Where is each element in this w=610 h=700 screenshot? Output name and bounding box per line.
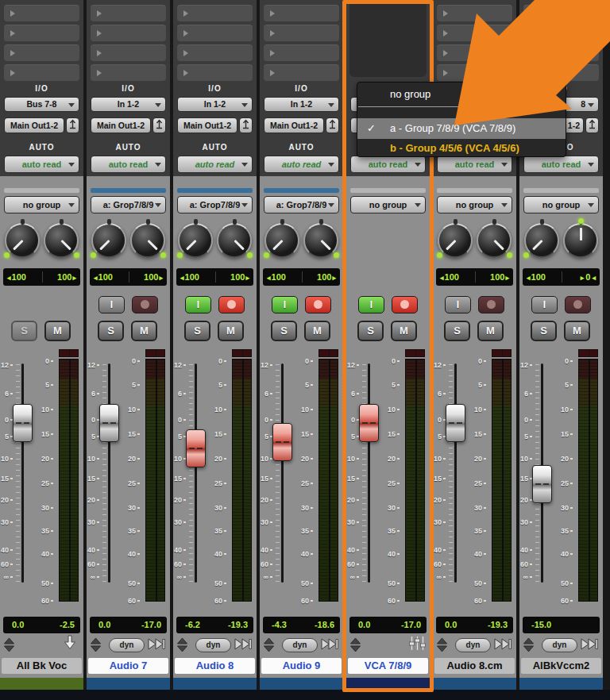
dyn-button[interactable]: dyn bbox=[542, 638, 577, 652]
output-window-button[interactable] bbox=[152, 117, 166, 133]
volume-fader-handle[interactable] bbox=[446, 404, 465, 442]
group-selector[interactable]: a: Grop7/8/9 bbox=[91, 196, 166, 213]
pan-display[interactable]: 100100 bbox=[263, 268, 340, 286]
mute-button[interactable]: M bbox=[564, 321, 590, 341]
input-monitor-button[interactable]: I bbox=[445, 296, 471, 313]
insert-slot[interactable] bbox=[437, 25, 512, 41]
pan-display[interactable]: 100100 bbox=[436, 268, 513, 286]
solo-button[interactable]: S bbox=[11, 321, 37, 341]
voice-selector-icon[interactable] bbox=[4, 637, 14, 652]
input-selector[interactable]: In 1-2 bbox=[264, 97, 339, 112]
insert-slot[interactable] bbox=[91, 44, 166, 61]
track-name[interactable]: Audio 8 bbox=[175, 658, 255, 674]
insert-slot[interactable] bbox=[4, 44, 79, 61]
clip-indicator[interactable] bbox=[145, 349, 165, 357]
output-selector[interactable]: Main Out1-2 bbox=[177, 117, 237, 133]
input-selector[interactable]: Bus 7-8 bbox=[4, 97, 79, 112]
volume-fader-handle[interactable] bbox=[359, 404, 379, 442]
pan-knob-right[interactable] bbox=[303, 223, 338, 258]
clip-indicator[interactable] bbox=[405, 349, 425, 357]
input-selector[interactable]: In 1-2 bbox=[177, 97, 253, 112]
record-arm-button[interactable] bbox=[478, 296, 504, 313]
clip-indicator[interactable] bbox=[492, 349, 512, 357]
menu-item-group-b[interactable]: b - Group 4/5/6 (VCA 4/5/6) bbox=[357, 139, 566, 158]
dyn-button[interactable]: dyn bbox=[455, 638, 491, 652]
automation-mode-selector[interactable]: auto read bbox=[177, 156, 253, 173]
pan-knob-right[interactable] bbox=[44, 223, 79, 258]
input-monitor-button[interactable]: I bbox=[185, 296, 211, 313]
voice-selector-icon[interactable] bbox=[264, 637, 274, 652]
pan-knob-left[interactable] bbox=[91, 223, 126, 258]
insert-slot[interactable] bbox=[523, 64, 599, 81]
record-arm-button[interactable] bbox=[218, 296, 245, 313]
voice-selector-icon[interactable] bbox=[437, 637, 447, 652]
solo-button[interactable]: S bbox=[98, 321, 124, 341]
track-name[interactable]: Audio 7 bbox=[88, 658, 168, 674]
insert-slot[interactable] bbox=[264, 25, 339, 41]
fader-track[interactable] bbox=[454, 363, 457, 583]
volume-display[interactable]: -15.0 bbox=[523, 617, 600, 633]
insert-slot[interactable] bbox=[4, 64, 79, 81]
pan-display[interactable]: 100100 bbox=[90, 268, 167, 286]
track-name[interactable]: All Bk Voc bbox=[2, 658, 82, 674]
group-selector[interactable]: no group bbox=[437, 196, 512, 213]
volume-fader-handle[interactable] bbox=[532, 465, 552, 503]
channel-strip-icon[interactable] bbox=[409, 637, 426, 650]
double-arrow-icon[interactable] bbox=[494, 638, 512, 650]
insert-slot[interactable] bbox=[91, 64, 166, 81]
insert-slot[interactable] bbox=[437, 44, 512, 61]
volume-display[interactable]: 0.0-17.0 bbox=[349, 617, 427, 633]
input-selector[interactable]: In 1-2 bbox=[91, 97, 166, 112]
solo-button[interactable]: S bbox=[184, 321, 210, 341]
mute-button[interactable]: M bbox=[218, 321, 244, 341]
clip-indicator[interactable] bbox=[578, 349, 598, 357]
clip-indicator[interactable] bbox=[59, 349, 79, 357]
group-selector[interactable]: no group bbox=[523, 196, 599, 213]
record-arm-button[interactable] bbox=[305, 296, 331, 313]
double-arrow-icon[interactable] bbox=[321, 638, 338, 650]
clip-indicator[interactable] bbox=[232, 349, 252, 357]
pan-knob-right[interactable] bbox=[477, 223, 512, 258]
pan-knob-right[interactable] bbox=[130, 223, 165, 258]
fader-track[interactable] bbox=[21, 363, 24, 583]
insert-slot[interactable] bbox=[177, 5, 253, 21]
voice-selector-icon[interactable] bbox=[350, 637, 361, 652]
insert-slot[interactable] bbox=[437, 5, 512, 21]
volume-display[interactable]: 0.0-2.5 bbox=[3, 617, 80, 633]
pan-display[interactable]: 100100 bbox=[3, 268, 80, 286]
voice-selector-icon[interactable] bbox=[523, 637, 534, 652]
output-window-button[interactable] bbox=[66, 117, 79, 133]
double-arrow-icon[interactable] bbox=[581, 638, 598, 650]
dyn-button[interactable]: dyn bbox=[195, 638, 231, 652]
pan-knob-left[interactable] bbox=[264, 223, 299, 258]
group-selector[interactable]: a: Grop7/8/9 bbox=[177, 196, 253, 213]
pan-knob-left[interactable] bbox=[178, 223, 213, 258]
voice-selector-icon[interactable] bbox=[91, 637, 101, 652]
double-arrow-icon[interactable] bbox=[148, 638, 165, 650]
output-selector[interactable]: Main Out1-2 bbox=[4, 117, 64, 133]
solo-button[interactable]: S bbox=[444, 321, 470, 341]
clip-indicator[interactable] bbox=[319, 349, 338, 357]
pan-knob-left[interactable] bbox=[5, 223, 40, 258]
input-monitor-button[interactable]: I bbox=[358, 296, 384, 313]
record-arm-button[interactable] bbox=[132, 296, 158, 313]
solo-button[interactable]: S bbox=[271, 321, 297, 341]
pan-display[interactable]: 1000 bbox=[523, 268, 600, 286]
record-arm-button[interactable] bbox=[392, 296, 418, 313]
double-arrow-icon[interactable] bbox=[234, 638, 252, 650]
group-selector[interactable]: no group bbox=[350, 196, 426, 213]
fader-track[interactable] bbox=[281, 363, 284, 583]
automation-mode-selector[interactable]: auto read bbox=[264, 156, 339, 173]
output-window-button[interactable] bbox=[585, 117, 599, 133]
insert-slot[interactable] bbox=[4, 25, 79, 41]
menu-item-group-a[interactable]: ✓a - Group 7/8/9 (VCA 7/8/9) bbox=[357, 118, 566, 139]
insert-slot[interactable] bbox=[177, 44, 253, 61]
volume-fader-handle[interactable] bbox=[186, 429, 206, 467]
automation-mode-selector[interactable]: auto read bbox=[437, 156, 512, 173]
fader-track[interactable] bbox=[368, 363, 370, 583]
track-name[interactable]: AlBkVccm2 bbox=[521, 658, 601, 674]
menu-item-no-group[interactable]: no group bbox=[357, 83, 566, 106]
insert-slot[interactable] bbox=[523, 25, 599, 41]
insert-slot[interactable] bbox=[523, 5, 599, 21]
pan-knob-right[interactable] bbox=[563, 223, 598, 258]
